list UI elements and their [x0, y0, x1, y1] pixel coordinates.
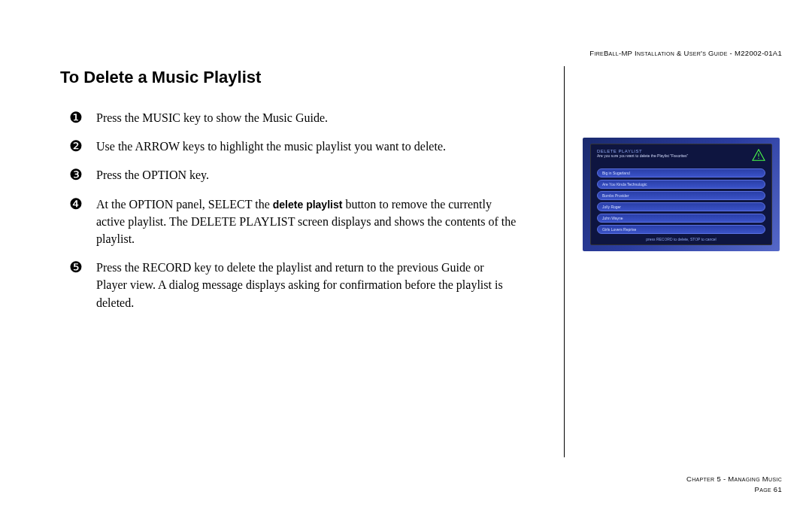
step-number-icon: ❷	[60, 137, 96, 155]
document-page: FireBall-MP Installation & User's Guide …	[0, 0, 812, 525]
footer-chapter: Chapter 5 - Managing Music	[686, 474, 782, 484]
step-number-icon: ❺	[60, 258, 96, 276]
bold-term: delete playlist	[273, 199, 343, 211]
step-item: ❸ Press the OPTION key.	[60, 165, 541, 184]
step-number-icon: ❹	[60, 195, 96, 213]
screenshot-panel: DELETE PLAYLIST Are you sure you want to…	[590, 144, 772, 245]
vertical-divider	[564, 66, 565, 457]
step-text: Press the RECORD key to delete the playl…	[96, 258, 517, 311]
step-text-part: At the OPTION panel, SELECT the	[96, 198, 273, 211]
steps-column: ❶ Press the MUSIC key to show the Music …	[60, 108, 541, 322]
screenshot-title-block: DELETE PLAYLIST Are you sure you want to…	[597, 149, 688, 159]
step-text: Use the ARROW keys to highlight the musi…	[96, 137, 446, 155]
screenshot-footer-hint: press RECORD to delete, STOP to cancel	[597, 237, 765, 241]
playlist-row: Bombs Provider	[597, 191, 765, 200]
step-item: ❹ At the OPTION panel, SELECT the delete…	[60, 195, 541, 248]
step-item: ❺ Press the RECORD key to delete the pla…	[60, 258, 541, 311]
step-number-icon: ❶	[60, 108, 96, 126]
step-text: At the OPTION panel, SELECT the delete p…	[96, 195, 517, 248]
step-text: Press the MUSIC key to show the Music Gu…	[96, 108, 328, 126]
step-item: ❷ Use the ARROW keys to highlight the mu…	[60, 137, 541, 155]
playlist-row: John Wayne	[597, 214, 765, 223]
step-text: Press the OPTION key.	[96, 165, 209, 184]
footer-page-number: Page 61	[686, 484, 782, 495]
screenshot-subtitle: Are you sure you want to delete the Play…	[597, 153, 688, 159]
header-running-title: FireBall-MP Installation & User's Guide …	[589, 49, 782, 57]
section-heading: To Delete a Music Playlist	[60, 68, 782, 87]
page-footer: Chapter 5 - Managing Music Page 61	[686, 474, 782, 496]
step-item: ❶ Press the MUSIC key to show the Music …	[60, 108, 541, 126]
playlist-row: Big in Sugarland	[597, 168, 765, 178]
screenshot-rows: Big in Sugarland Are You Kinda Technolog…	[597, 168, 765, 234]
playlist-row: Girls Lovers Reprise	[597, 225, 765, 234]
warning-triangle-icon	[752, 149, 765, 161]
svg-point-1	[758, 158, 759, 159]
playlist-row: Are You Kinda Technologic	[597, 180, 765, 189]
step-number-icon: ❸	[60, 165, 96, 184]
screenshot-header-row: DELETE PLAYLIST Are you sure you want to…	[597, 149, 765, 161]
playlist-row: Jolly Roger	[597, 202, 765, 211]
screenshot-thumbnail: DELETE PLAYLIST Are you sure you want to…	[583, 138, 780, 251]
